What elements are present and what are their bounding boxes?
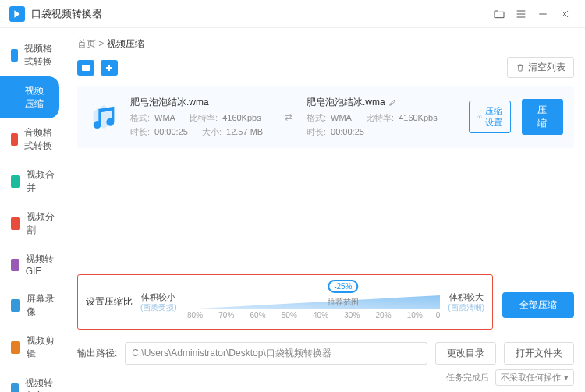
open-folder-button[interactable]: 打开文件夹	[504, 342, 574, 365]
app-title: 口袋视频转换器	[31, 7, 102, 21]
sidebar-icon	[11, 133, 18, 146]
sidebar-icon	[11, 259, 20, 271]
sidebar-item-0[interactable]: 视频格式转换	[0, 34, 66, 76]
edit-icon[interactable]	[388, 98, 397, 107]
sidebar-icon	[11, 299, 20, 312]
ratio-value-badge: -25%	[328, 280, 358, 293]
gear-icon	[477, 112, 482, 122]
change-dir-button[interactable]: 更改目录	[435, 342, 496, 365]
output-path-label: 输出路径:	[77, 347, 117, 360]
app-logo	[9, 6, 25, 22]
add-folder-button[interactable]	[101, 60, 118, 76]
sidebar-icon	[11, 49, 18, 62]
breadcrumb-current: 视频压缩	[107, 38, 144, 49]
sidebar-label: 视频转文字	[25, 376, 55, 392]
folder-icon[interactable]	[488, 3, 510, 25]
sidebar-label: 视频压缩	[25, 84, 48, 111]
ratio-small-label: 体积较小(画质受损)	[140, 291, 177, 313]
compression-ratio-panel: 设置压缩比 体积较小(画质受损) -25% 推荐范围 -80%-70%-60%-…	[77, 274, 493, 330]
sidebar-icon	[11, 91, 19, 104]
breadcrumb-home[interactable]: 首页	[77, 38, 96, 49]
ratio-slider[interactable]: -25% 推荐范围 -80%-70%-60%-50%-40%-30%-20%-1…	[185, 281, 441, 323]
add-file-button[interactable]	[77, 60, 94, 76]
sidebar-icon	[11, 383, 19, 392]
svg-rect-0	[82, 65, 90, 71]
chevron-down-icon: ▾	[564, 373, 569, 383]
sidebar-item-8[interactable]: 视频转文字	[0, 369, 66, 392]
sidebar-label: 视频剪辑	[27, 334, 55, 361]
sidebar-icon	[11, 217, 20, 230]
sidebar-label: 屏幕录像	[27, 292, 55, 319]
output-path-input[interactable]: C:\Users\Administrator\Desktop\口袋视频转换器	[125, 342, 427, 365]
ratio-label: 设置压缩比	[86, 295, 133, 309]
source-filename: 肥皂泡泡结冰.wma	[130, 95, 271, 110]
trash-icon	[516, 63, 525, 72]
sidebar-icon	[11, 175, 20, 188]
audio-thumb-icon	[88, 99, 119, 135]
file-item: 肥皂泡泡结冰.wma 格式:WMA 比特率:4160Kpbs 时长:00:00:…	[77, 86, 574, 148]
sidebar-item-7[interactable]: 视频剪辑	[0, 327, 66, 369]
sidebar-label: 视频分割	[27, 210, 55, 237]
sidebar-label: 视频格式转换	[24, 42, 55, 69]
menu-icon[interactable]	[510, 3, 532, 25]
sidebar-label: 视频转GIF	[26, 253, 55, 277]
swap-icon[interactable]: ⇄	[282, 111, 296, 122]
after-task-select[interactable]: 不采取任何操作▾	[495, 369, 574, 386]
sidebar: 视频格式转换视频压缩音频格式转换视频合并视频分割视频转GIF屏幕录像视频剪辑视频…	[0, 28, 66, 392]
sidebar-item-4[interactable]: 视频分割	[0, 203, 66, 245]
sidebar-icon	[11, 341, 20, 354]
ratio-large-label: 体积较大(画质清晰)	[448, 291, 484, 313]
compress-settings-button[interactable]: 压缩设置	[469, 101, 511, 133]
minimize-icon[interactable]	[532, 3, 554, 25]
sidebar-label: 视频合并	[27, 168, 55, 195]
after-task-label: 任务完成后	[446, 372, 489, 383]
sidebar-item-5[interactable]: 视频转GIF	[0, 245, 66, 284]
sidebar-item-2[interactable]: 音频格式转换	[0, 118, 66, 161]
sidebar-item-6[interactable]: 屏幕录像	[0, 284, 66, 327]
sidebar-item-1[interactable]: 视频压缩	[0, 76, 59, 118]
compress-all-button[interactable]: 全部压缩	[502, 292, 574, 318]
output-filename: 肥皂泡泡结冰.wma	[307, 95, 385, 110]
compress-button[interactable]: 压缩	[522, 99, 563, 135]
breadcrumb: 首页 > 视频压缩	[77, 34, 574, 57]
close-icon[interactable]	[554, 3, 576, 25]
clear-list-button[interactable]: 清空列表	[507, 57, 574, 78]
sidebar-item-3[interactable]: 视频合并	[0, 161, 66, 203]
sidebar-label: 音频格式转换	[24, 126, 55, 153]
svg-point-1	[479, 116, 480, 118]
